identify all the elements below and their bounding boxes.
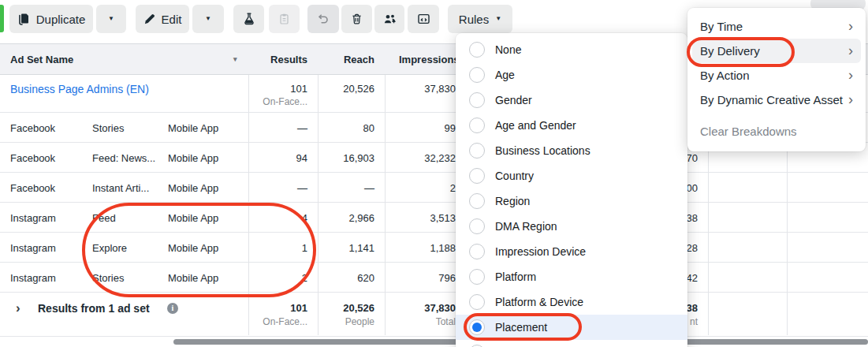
summary-clipped-sub: nt [690,316,698,327]
chevron-down-icon: ▼ [495,16,501,22]
edit-label: Edit [162,13,182,26]
delete-button[interactable] [341,5,372,33]
header-results[interactable]: Results [270,54,307,65]
menu-label: By Delivery [700,44,760,58]
info-icon[interactable]: i [167,303,178,314]
summary-impressions-sub: Total [436,316,456,327]
device-cell: Mobile App [168,241,218,253]
menu-item-by-dynamic-creative-asset[interactable]: By Dynamic Creative Asset › [687,88,866,112]
expand-chevron-icon[interactable]: › [16,300,20,316]
option-label: DMA Region [495,220,557,233]
duplicate-button[interactable]: Duplicate [9,5,93,33]
summary-reach-sub: People [345,316,374,327]
duplicate-label: Duplicate [36,13,86,26]
ads-manager-screen: Duplicate ▼ Edit ▼ [0,0,868,347]
header-reach[interactable]: Reach [344,54,374,65]
clipboard-button [269,5,300,33]
breakdown-option-platform-and-device[interactable]: Platform & Device [456,289,687,315]
create-button-edge[interactable] [0,5,4,32]
clipped-value: 00 [687,181,698,193]
device-cell: Mobile App [168,211,218,223]
menu-item-clear-breakdowns[interactable]: Clear Breakdowns [687,120,866,142]
radio-icon[interactable] [469,92,485,108]
option-label: Country [495,170,534,182]
clipped-value: 38 [687,211,698,223]
breakdown-option-age-and-gender[interactable]: Age and Gender [456,113,687,138]
radio-icon[interactable] [469,294,485,310]
results-value: 4 [302,211,307,223]
header-ad-set-name[interactable]: Ad Set Name [10,54,73,65]
breakdown-option-age[interactable]: Age [456,62,687,88]
preview-code-button[interactable] [408,5,439,33]
table-row[interactable]: Instagram Feed Mobile App 4 2,966 3,513 … [0,203,868,233]
breakdown-context-menu: By Time › By Delivery › By Action › By D… [687,8,866,151]
option-label: None [495,43,521,56]
ad-set-link[interactable]: Business Page Admins (EN) [10,83,149,95]
placement-cell: Stories [92,271,124,283]
platform-cell: Facebook [10,181,55,193]
people-plus-icon [383,13,397,25]
option-label: Gender [495,94,532,106]
radio-icon[interactable] [469,42,485,58]
placement-cell: Explore [92,241,127,253]
radio-icon[interactable] [469,168,485,184]
results-value: 101 [290,83,307,95]
edit-dropdown-button[interactable]: ▼ [192,5,224,33]
header-impressions[interactable]: Impressions [399,54,460,65]
sort-caret-icon[interactable]: ▾ [233,55,237,63]
impressions-value: 32,232 [424,151,456,163]
radio-icon[interactable] [469,193,485,209]
breakdown-option-partial[interactable] [456,340,687,347]
menu-item-by-time[interactable]: By Time › [687,14,866,39]
breakdown-option-platform[interactable]: Platform [456,264,687,289]
option-label: Platform & Device [495,296,583,308]
impressions-value: 2 [450,181,456,193]
results-value: — [297,121,307,133]
rules-button[interactable]: Rules ▼ [448,5,512,33]
placement-cell: Feed: News... [92,151,155,163]
edit-button[interactable]: Edit [136,5,189,33]
menu-item-by-action[interactable]: By Action › [687,63,866,88]
duplicate-icon [17,13,30,25]
trash-icon [351,13,363,25]
edit-pencil-icon [143,13,155,25]
breakdown-option-business-locations[interactable]: Business Locations [456,138,687,163]
breakdown-option-gender[interactable]: Gender [456,88,687,113]
radio-icon[interactable] [469,67,485,83]
radio-icon[interactable] [469,218,485,234]
table-row[interactable]: Instagram Stories Mobile App 2 620 796 4… [0,263,868,293]
option-label: Placement [495,321,547,334]
radio-icon[interactable] [469,244,485,259]
assign-people-button[interactable] [374,5,404,33]
breakdown-option-country[interactable]: Country [456,163,687,188]
chevron-right-icon: › [848,18,853,35]
option-label: Platform [495,271,536,283]
radio-selected-icon[interactable] [469,319,485,335]
table-row[interactable]: Facebook Instant Arti... Mobile App — — … [0,173,868,203]
reach-value: 80 [363,121,374,133]
breakdown-option-placement[interactable]: Placement [456,315,687,340]
breakdown-option-region[interactable]: Region [456,188,687,214]
results-value: 1 [302,241,307,253]
reach-value: 1,141 [348,241,374,253]
device-cell: Mobile App [168,151,218,163]
menu-item-by-delivery[interactable]: By Delivery › [692,39,861,63]
duplicate-dropdown-button[interactable]: ▼ [96,5,126,33]
results-value: — [297,181,307,193]
menu-label: By Action [700,69,750,82]
radio-icon[interactable] [469,118,485,133]
breakdown-option-dma-region[interactable]: DMA Region [456,214,687,239]
radio-icon[interactable] [469,143,485,159]
summary-reach: 20,526 [343,302,374,314]
device-cell: Mobile App [168,121,218,133]
breakdown-option-none[interactable]: None [456,37,687,62]
radio-icon[interactable] [469,269,485,285]
reach-value: 20,526 [343,83,374,95]
impressions-value: 796 [438,271,456,283]
option-label: Business Locations [495,144,590,157]
table-row[interactable]: Instagram Explore Mobile App 1 1,141 1,1… [0,233,868,263]
platform-cell: Instagram [10,211,56,223]
ab-test-button[interactable] [233,5,264,33]
breakdown-option-impression-device[interactable]: Impression Device [456,239,687,264]
impressions-value: 3,513 [430,211,456,223]
